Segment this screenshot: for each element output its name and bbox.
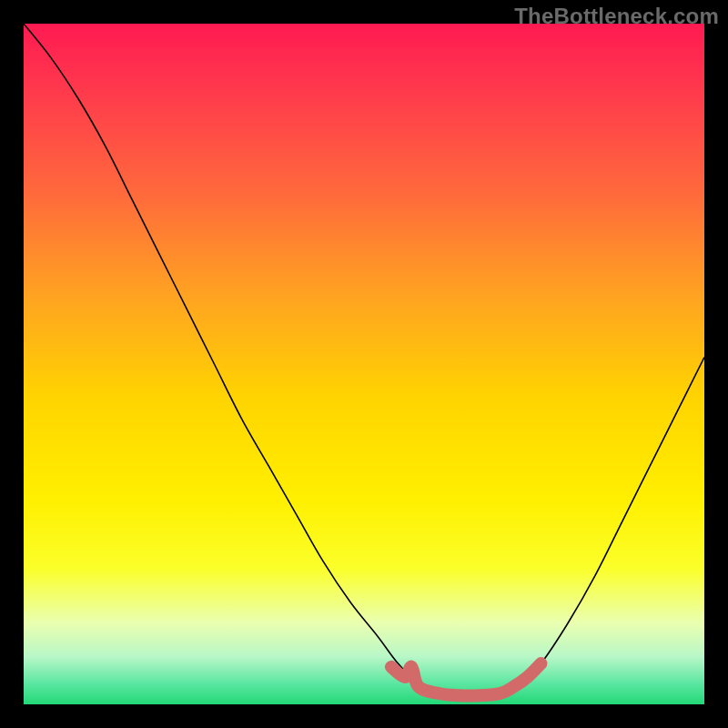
watermark-text: TheBottleneck.com bbox=[514, 4, 719, 29]
chart-background bbox=[24, 24, 704, 704]
chart-plot-area bbox=[24, 24, 704, 704]
chart-frame: TheBottleneck.com bbox=[0, 0, 728, 728]
chart-svg bbox=[24, 24, 704, 704]
